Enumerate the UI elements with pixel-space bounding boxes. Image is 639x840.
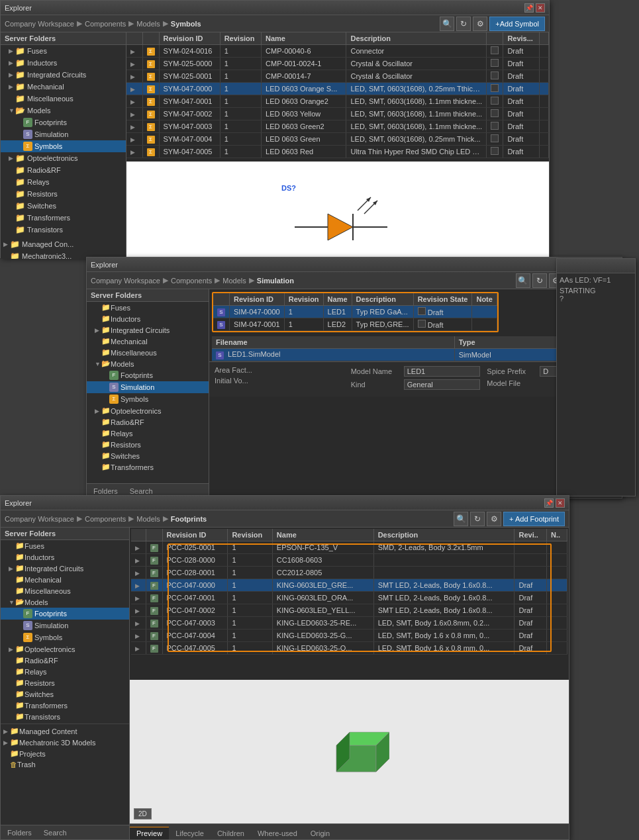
- fp-sidebar-trash[interactable]: 🗑 Trash: [1, 759, 129, 770]
- sim-sidebar-opto[interactable]: ▶ 📁 Optoelectronics: [87, 405, 209, 416]
- sim-row-1[interactable]: S SIM-047-0001 1 LED2 Typ RED,GRE... Dra…: [213, 318, 497, 331]
- fp-gear-btn[interactable]: ⚙: [487, 512, 501, 526]
- symbols-add-btn[interactable]: + Add Symbol: [489, 17, 545, 31]
- fp-sidebar-mechatronic[interactable]: ▶ 📁 Mechatronic 3D Models: [1, 737, 129, 748]
- sim-col-state[interactable]: Revision State: [413, 293, 472, 306]
- fp-refresh-btn[interactable]: ↻: [470, 512, 485, 526]
- fp-sidebar-fuses[interactable]: 📁 Fuses: [1, 540, 129, 551]
- sim-sidebar-models[interactable]: ▼ 📂 Models: [87, 358, 209, 369]
- col-revision[interactable]: Revision: [220, 32, 261, 45]
- fp-add-btn[interactable]: + Add Footprint: [503, 512, 565, 526]
- sidebar-item-integrated-circuits[interactable]: ▶ 📁 Integrated Circuits: [1, 69, 126, 81]
- sym-row-2[interactable]: ▶ Σ SYM-025-0001 1 CMP-00014-7 Crystal &…: [126, 70, 549, 83]
- fp-col-revid[interactable]: Revision ID: [162, 529, 228, 541]
- symbols-table-container[interactable]: Revision ID Revision Name Description Re…: [126, 32, 549, 162]
- col-description[interactable]: Description: [346, 32, 487, 45]
- sim-model-name-value[interactable]: LED1: [404, 366, 481, 377]
- fp-sidebar-managed[interactable]: ▶ 📁 Managed Content: [1, 725, 129, 737]
- col-name[interactable]: Name: [262, 32, 346, 45]
- fp-sidebar-models[interactable]: ▼ 📂 Models: [1, 596, 129, 608]
- sim-sidebar-fuses[interactable]: 📁 Fuses: [87, 302, 209, 313]
- sidebar-item-mechanical[interactable]: ▶ 📁 Mechanical: [1, 81, 126, 93]
- sym-row-8[interactable]: ▶ Σ SYM-047-0005 1 LED 0603 Red Ultra Th…: [126, 146, 549, 158]
- fp-row-5[interactable]: ▶ F PCC-047-0002 1 KING-0603LED_YELL... …: [131, 604, 567, 617]
- sim-bc-models[interactable]: Models: [222, 277, 246, 285]
- sim-search-tab-btn[interactable]: Search: [127, 487, 156, 495]
- fp-sidebar-transistors[interactable]: 📁 Transistors: [1, 711, 129, 722]
- sidebar-item-radiorf[interactable]: 📁 Radio&RF: [1, 164, 126, 176]
- col-revis[interactable]: Revis...: [503, 32, 540, 45]
- fp-sidebar-switches[interactable]: 📁 Switches: [1, 688, 129, 700]
- sidebar-item-footprints[interactable]: F Footprints: [1, 117, 126, 128]
- fp-2d-button[interactable]: 2D: [134, 808, 152, 819]
- sim-col-rev[interactable]: Revision: [284, 293, 323, 306]
- fp-tab-origin[interactable]: Origin: [304, 827, 336, 839]
- sim-file-row-0[interactable]: S LED1.SimModel SimModel: [212, 349, 611, 361]
- sidebar-item-symbols[interactable]: Σ Symbols: [1, 140, 126, 152]
- sim-bc-components[interactable]: Components: [171, 277, 212, 285]
- sidebar-item-switches[interactable]: 📁 Switches: [1, 200, 126, 212]
- sidebar-item-simulation[interactable]: S Simulation: [1, 128, 126, 140]
- fp-row-3[interactable]: ▶ F PCC-047-0000 1 KING-0603LED_GRE... S…: [131, 579, 567, 592]
- fp-row-6[interactable]: ▶ F PCC-047-0003 1 KING-LED0603-25-RE...…: [131, 617, 567, 630]
- fp-tab-lifecycle[interactable]: Lifecycle: [169, 827, 211, 839]
- fp-sidebar-symbols[interactable]: Σ Symbols: [1, 631, 129, 643]
- symbols-bc-models[interactable]: Models: [136, 20, 160, 28]
- fp-tab-preview[interactable]: Preview: [130, 827, 169, 839]
- fp-col-note[interactable]: N..: [546, 529, 567, 541]
- sim-sidebar-symbols[interactable]: Σ Symbols: [87, 393, 209, 405]
- fp-row-8[interactable]: ▶ F PCC-047-0005 1 KING-LED0603-25-O... …: [131, 642, 567, 655]
- fp-tab-where-used[interactable]: Where-used: [251, 827, 304, 839]
- sym-row-3[interactable]: ▶ Σ SYM-047-0000 1 LED 0603 Orange S... …: [126, 83, 549, 95]
- sim-file-col-name[interactable]: Filename: [212, 336, 454, 349]
- fp-close-btn[interactable]: ✕: [556, 498, 565, 508]
- sim-sidebar-ic[interactable]: ▶ 📁 Integrated Circuits: [87, 324, 209, 336]
- sym-row-7[interactable]: ▶ Σ SYM-047-0004 1 LED 0603 Green LED, S…: [126, 133, 549, 146]
- fp-row-7[interactable]: ▶ F PCC-047-0004 1 KING-LED0603-25-G... …: [131, 630, 567, 642]
- fp-row-2[interactable]: ▶ F PCC-028-0001 1 CC2012-0805: [131, 567, 567, 579]
- symbols-bc-components[interactable]: Components: [85, 20, 126, 28]
- fp-col-state[interactable]: Revi..: [515, 529, 547, 541]
- fp-sidebar-mechanical[interactable]: 📁 Mechanical: [1, 574, 129, 585]
- symbols-refresh-btn[interactable]: ↻: [456, 17, 471, 31]
- sidebar-item-transistors[interactable]: 📁 Transistors: [1, 224, 126, 236]
- sidebar-item-fuses[interactable]: ▶ 📁 Fuses: [1, 45, 126, 57]
- fp-row-0[interactable]: ▶ F PCC-025-0001 1 EPSON-FC-135_V SMD, 2…: [131, 541, 567, 554]
- fp-sidebar-inductors[interactable]: 📁 Inductors: [1, 551, 129, 563]
- fp-sidebar-footprints[interactable]: F Footprints: [1, 608, 129, 620]
- sim-sidebar-inductors[interactable]: 📁 Inductors: [87, 313, 209, 324]
- sim-folders-tab[interactable]: Folders: [91, 487, 121, 495]
- fp-row-4[interactable]: ▶ F PCC-047-0001 1 KING-0603LED_ORA... S…: [131, 592, 567, 604]
- sym-row-4[interactable]: ▶ Σ SYM-047-0001 1 LED 0603 Orange2 LED,…: [126, 95, 549, 108]
- fp-sidebar-resistors[interactable]: 📁 Resistors: [1, 677, 129, 688]
- fp-pin-btn[interactable]: 📌: [544, 498, 554, 508]
- sim-col-desc[interactable]: Description: [352, 293, 413, 306]
- symbols-pin-btn[interactable]: 📌: [524, 3, 534, 13]
- sim-row-0[interactable]: S SIM-047-0000 1 LED1 Typ RED GaA... Dra…: [213, 306, 497, 318]
- sidebar-item-inductors[interactable]: ▶ 📁 Inductors: [1, 57, 126, 69]
- fp-bc-components[interactable]: Components: [85, 515, 126, 523]
- sim-sidebar-footprints[interactable]: F Footprints: [87, 369, 209, 381]
- sidebar-item-miscellaneous[interactable]: 📁 Miscellaneous: [1, 93, 126, 105]
- fp-col-name[interactable]: Name: [272, 529, 373, 541]
- sidebar-item-managed[interactable]: ▶ 📁 Managed Con...: [1, 238, 126, 250]
- sym-row-1[interactable]: ▶ Σ SYM-025-0000 1 CMP-001-0024-1 Crysta…: [126, 58, 549, 70]
- sim-sidebar-misc[interactable]: 📁 Miscellaneous: [87, 347, 209, 358]
- fp-search-tab-btn[interactable]: Search: [41, 829, 70, 837]
- sidebar-item-optoelectronics[interactable]: ▶ 📁 Optoelectronics: [1, 152, 126, 164]
- fp-bc-workspace[interactable]: Company Workspace: [5, 515, 74, 523]
- sym-row-0[interactable]: ▶ Σ SYM-024-0016 1 CMP-00040-6 Connector…: [126, 45, 549, 58]
- sim-sidebar-transformers[interactable]: 📁 Transformers: [87, 461, 209, 473]
- fp-bc-models[interactable]: Models: [136, 515, 160, 523]
- sim-sidebar-mechanical[interactable]: 📁 Mechanical: [87, 336, 209, 347]
- fp-sidebar-radio[interactable]: 📁 Radio&RF: [1, 655, 129, 666]
- sim-col-name[interactable]: Name: [323, 293, 352, 306]
- symbols-close-btn[interactable]: ✕: [536, 3, 545, 13]
- sim-sidebar-radio[interactable]: 📁 Radio&RF: [87, 416, 209, 428]
- sim-refresh-btn[interactable]: ↻: [532, 273, 547, 288]
- fp-sidebar-relays[interactable]: 📁 Relays: [1, 666, 129, 677]
- fp-folders-tab[interactable]: Folders: [5, 829, 34, 837]
- sim-col-note[interactable]: Note: [472, 293, 497, 306]
- symbols-search-btn[interactable]: 🔍: [440, 17, 454, 31]
- sim-search-btn[interactable]: 🔍: [516, 273, 530, 288]
